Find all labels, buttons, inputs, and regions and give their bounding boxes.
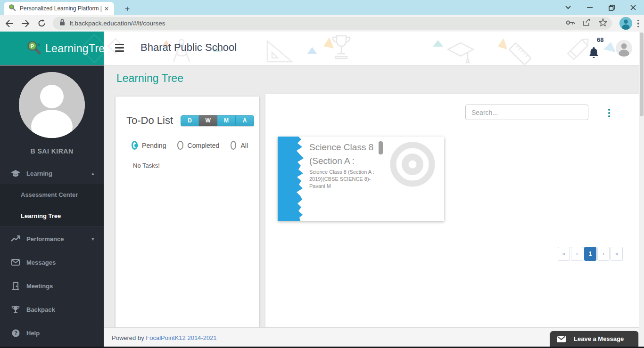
todo-filter-group: D W M A xyxy=(181,115,254,126)
powered-by-text: Powered by FocalPointK12 2014-2021 xyxy=(112,334,217,341)
page-scrollbar-track xyxy=(639,32,644,347)
graduation-cap-icon xyxy=(10,170,21,177)
sidebar-item-label: Help xyxy=(26,330,40,337)
sidebar-item-messages[interactable]: Messages xyxy=(0,251,104,274)
user-avatar[interactable] xyxy=(616,40,632,57)
chat-label: Leave a Message xyxy=(574,335,624,342)
app-header: P LearningTree Bharat Public School 68 xyxy=(0,32,644,65)
pagination-next-button[interactable]: › xyxy=(597,247,610,261)
sidebar-item-label: Meetings xyxy=(26,283,53,290)
doodle-triangle-bell-icon xyxy=(603,42,616,54)
svg-text:?: ? xyxy=(14,330,17,336)
radio-completed[interactable] xyxy=(177,141,183,150)
leave-message-button[interactable]: Leave a Message xyxy=(550,331,638,347)
page-scrollbar-thumb[interactable] xyxy=(640,32,644,116)
filter-all-button[interactable]: A xyxy=(236,115,254,126)
new-tab-button[interactable]: + xyxy=(122,3,133,15)
tab-close-icon[interactable]: ✕ xyxy=(103,5,110,12)
sidebar-item-meetings[interactable]: Meetings xyxy=(0,274,104,298)
svg-text:P: P xyxy=(31,43,34,49)
search-input[interactable] xyxy=(465,105,588,120)
doodle-triangle-blue-icon xyxy=(307,47,317,54)
back-button[interactable] xyxy=(3,17,16,30)
tab-search-chevron-icon[interactable] xyxy=(557,0,579,15)
notification-bell-icon[interactable] xyxy=(588,47,599,61)
radio-pending-label[interactable]: Pending xyxy=(142,142,166,149)
course-card[interactable]: Science Class 8 (Section A : Science Cla… xyxy=(278,137,444,221)
trend-chart-icon xyxy=(10,235,21,242)
browser-tab[interactable]: Personalized Learning Platform | ✕ xyxy=(4,2,114,15)
app-logo[interactable]: P LearningTree xyxy=(0,32,104,65)
window-restore-button[interactable] xyxy=(601,0,622,15)
pagination-prev-button[interactable]: ‹ xyxy=(571,247,583,261)
sidebar-toggle-hamburger-icon[interactable] xyxy=(115,44,124,52)
radio-completed-label[interactable]: Completed xyxy=(188,142,220,149)
doodle-set-square-icon xyxy=(266,39,293,63)
sidebar-item-help[interactable]: ? Help xyxy=(0,321,104,345)
sidebar-item-learning-tree[interactable]: Learning Tree xyxy=(0,205,104,227)
page-title: Learning Tree xyxy=(116,72,183,85)
sidebar-item-assessment-center[interactable]: Assessment Center xyxy=(0,184,104,205)
todo-status-radios: Pending Completed All xyxy=(132,141,259,150)
sidebar-item-performance[interactable]: Performance ▼ xyxy=(0,227,104,251)
sidebar-item-label: Performance xyxy=(26,235,64,243)
sidebar-item-backpack[interactable]: Backpack xyxy=(0,298,104,321)
filter-week-button[interactable]: W xyxy=(199,115,217,126)
pagination-page-1-button[interactable]: 1 xyxy=(584,247,596,261)
notification-count: 68 xyxy=(597,36,603,43)
pagination-first-button[interactable]: « xyxy=(558,247,570,261)
tab-title: Personalized Learning Platform | xyxy=(20,5,103,12)
focalpoint-link[interactable]: FocalPointK12 2014-2021 xyxy=(146,334,216,341)
sidebar-item-learning[interactable]: Learning ▲ xyxy=(0,162,104,184)
sidebar-item-label: Learning xyxy=(26,170,52,177)
chevron-down-icon: ▼ xyxy=(91,236,95,242)
courses-menu-kebab-icon[interactable] xyxy=(606,107,612,119)
pagination: « ‹ 1 › » xyxy=(558,247,623,261)
sidebar-nav: Learning ▲ Assessment Center Learning Tr… xyxy=(0,162,104,345)
share-icon[interactable] xyxy=(583,19,591,28)
profile-avatar xyxy=(19,72,85,138)
doodle-ruler-icon xyxy=(505,39,531,65)
browser-toolbar: lt.backpack.education/#/lt/courses xyxy=(0,15,644,32)
browser-profile-avatar[interactable] xyxy=(619,17,632,30)
logo-doodle-diamond xyxy=(80,34,104,63)
profile-section: B SAI KIRAN xyxy=(0,65,104,162)
bookmark-star-icon[interactable] xyxy=(599,18,607,28)
course-disc-icon xyxy=(389,141,436,189)
todo-card: To-Do List D W M A Pending Completed All… xyxy=(116,97,259,327)
todo-empty-text: No Tasks! xyxy=(133,162,259,169)
envelope-icon xyxy=(10,259,21,266)
pagination-last-button[interactable]: » xyxy=(611,247,623,261)
password-key-icon[interactable] xyxy=(566,19,575,28)
doodle-triangle-teal2-icon xyxy=(433,40,443,47)
question-circle-icon: ? xyxy=(10,329,21,337)
refresh-button[interactable] xyxy=(35,17,48,30)
sidebar-item-label: Backpack xyxy=(26,306,55,313)
logo-magnifier-icon: P xyxy=(26,40,41,57)
course-card-torn-strip xyxy=(278,137,306,221)
filter-day-button[interactable]: D xyxy=(181,115,199,126)
school-name: Bharat Public School xyxy=(140,41,237,54)
url-text: lt.backpack.education/#/lt/courses xyxy=(70,20,566,27)
radio-all-label[interactable]: All xyxy=(240,142,248,149)
lock-icon[interactable] xyxy=(59,19,65,28)
course-title: Science Class 8 (Section A : xyxy=(309,140,380,168)
favicon-magnifier-icon xyxy=(8,4,16,13)
window-close-button[interactable] xyxy=(622,0,644,15)
course-description: Science Class 8 (Section A : 2019)(CBSE … xyxy=(309,169,385,190)
window-minimize-button[interactable] xyxy=(579,0,601,15)
learning-submenu: Assessment Center Learning Tree xyxy=(0,184,104,227)
courses-panel: Science Class 8 (Section A : Science Cla… xyxy=(265,94,639,327)
browser-titlebar: Personalized Learning Platform | ✕ + xyxy=(0,0,644,15)
radio-all[interactable] xyxy=(231,141,236,150)
trophy-icon xyxy=(10,306,21,314)
address-bar[interactable]: lt.backpack.education/#/lt/courses xyxy=(53,17,612,30)
radio-pending[interactable] xyxy=(132,141,138,150)
chat-envelope-icon xyxy=(557,336,566,342)
course-title-scrollbar-thumb[interactable] xyxy=(379,141,383,154)
forward-button[interactable] xyxy=(19,17,32,30)
doodle-graduation-cap-icon xyxy=(447,42,474,65)
filter-month-button[interactable]: M xyxy=(217,115,236,126)
browser-menu-kebab-icon[interactable] xyxy=(635,18,642,29)
door-icon xyxy=(10,282,21,290)
